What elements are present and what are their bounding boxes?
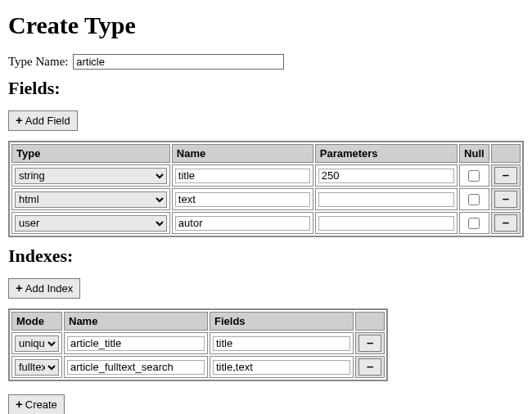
field-null-checkbox[interactable] [468, 194, 480, 205]
minus-icon: – [367, 336, 373, 349]
create-button[interactable]: + Create [8, 394, 65, 414]
index-mode-select[interactable]: unique [15, 335, 59, 352]
minus-icon: – [503, 216, 509, 228]
field-params-input[interactable] [318, 169, 454, 183]
minus-icon: – [367, 360, 373, 372]
fields-row: html – [11, 188, 521, 210]
create-button-label: Create [25, 399, 57, 410]
remove-field-button[interactable]: – [494, 214, 517, 232]
indexes-row: unique – [11, 332, 385, 354]
field-type-select[interactable]: user [15, 215, 167, 232]
indexes-col-fields: Fields [210, 312, 354, 331]
index-fields-input[interactable] [213, 360, 350, 375]
field-type-select[interactable]: html [15, 191, 167, 208]
add-index-button[interactable]: + Add Index [8, 278, 80, 299]
fields-row: user – [11, 212, 521, 234]
fields-col-name: Name [172, 144, 313, 163]
field-null-checkbox[interactable] [468, 218, 480, 229]
indexes-col-name: Name [64, 312, 208, 331]
indexes-table: Mode Name Fields unique – fulltext [8, 308, 388, 381]
fields-table: Type Name Parameters Null string – html [8, 141, 524, 237]
add-field-label: Add Field [25, 115, 70, 126]
field-type-select[interactable]: string [15, 168, 167, 184]
indexes-col-actions [355, 312, 385, 331]
fields-row: string – [11, 164, 521, 187]
fields-col-null: Null [459, 144, 489, 163]
fields-col-actions [491, 144, 521, 163]
plus-icon: + [16, 281, 23, 294]
add-index-label: Add Index [25, 283, 74, 294]
remove-field-button[interactable]: – [494, 191, 517, 208]
field-name-input[interactable] [175, 169, 310, 183]
minus-icon: – [503, 169, 509, 181]
page-title: Create Type [8, 11, 524, 39]
field-params-input[interactable] [318, 192, 454, 207]
minus-icon: – [503, 192, 509, 205]
plus-icon: + [16, 398, 23, 410]
type-name-label: Type Name: [8, 55, 69, 68]
type-name-input[interactable] [73, 54, 284, 70]
remove-index-button[interactable]: – [358, 358, 381, 376]
index-mode-select[interactable]: fulltext [15, 359, 59, 376]
field-null-checkbox[interactable] [468, 170, 480, 182]
index-name-input[interactable] [67, 360, 205, 375]
indexes-heading: Indexes: [8, 245, 524, 267]
remove-field-button[interactable]: – [494, 167, 517, 184]
field-name-input[interactable] [175, 216, 310, 231]
fields-col-type: Type [11, 144, 170, 163]
add-field-button[interactable]: + Add Field [8, 110, 78, 131]
field-params-input[interactable] [318, 216, 454, 231]
remove-index-button[interactable]: – [358, 335, 381, 352]
fields-heading: Fields: [8, 78, 524, 99]
fields-col-params: Parameters [315, 144, 458, 163]
indexes-row: fulltext – [11, 356, 385, 378]
indexes-col-mode: Mode [11, 312, 62, 331]
index-name-input[interactable] [67, 336, 205, 351]
field-name-input[interactable] [175, 192, 310, 207]
plus-icon: + [16, 114, 23, 126]
index-fields-input[interactable] [213, 336, 350, 351]
